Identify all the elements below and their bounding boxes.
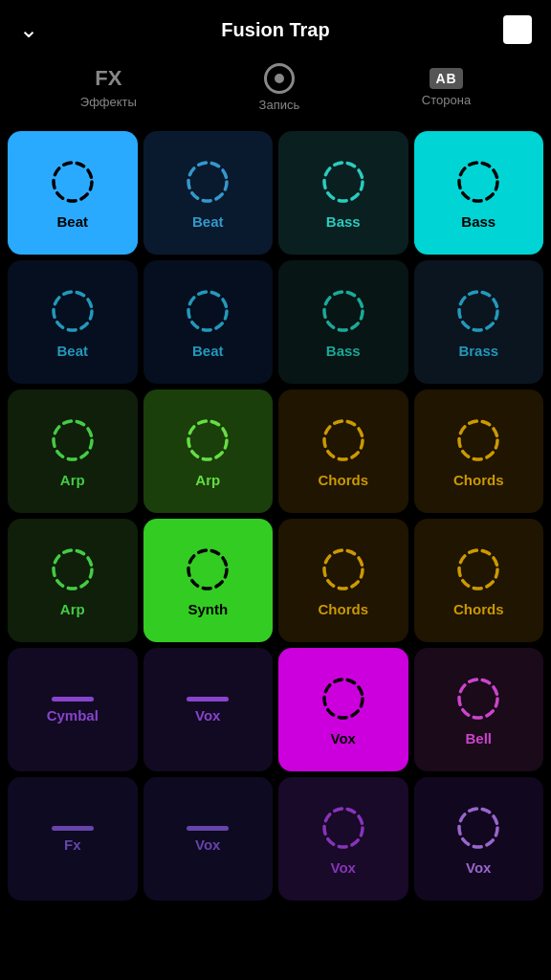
svg-point-18 xyxy=(324,809,363,847)
pad-label: Beat xyxy=(192,343,224,359)
pad-7[interactable]: Bass xyxy=(278,260,408,384)
pad-1[interactable]: Beat xyxy=(8,131,138,255)
pad-label: Chords xyxy=(319,472,369,488)
pad-label: Beat xyxy=(192,213,224,230)
svg-point-15 xyxy=(459,550,497,589)
dashed-circle-icon xyxy=(452,285,504,337)
svg-point-4 xyxy=(54,292,92,330)
dashed-circle-icon xyxy=(318,673,369,724)
dashed-circle-icon xyxy=(47,414,99,466)
svg-point-6 xyxy=(324,292,363,330)
pad-label: Beat xyxy=(56,343,88,359)
record-button[interactable]: Запись xyxy=(259,63,300,112)
dashed-circle-icon xyxy=(452,156,504,208)
dash-line-icon xyxy=(187,826,229,831)
pad-2[interactable]: Beat xyxy=(143,131,274,255)
white-square-button[interactable] xyxy=(503,15,532,44)
record-icon xyxy=(264,63,295,94)
dash-line-icon xyxy=(52,697,94,702)
svg-point-1 xyxy=(188,163,227,201)
fx-button[interactable]: FX Эффекты xyxy=(80,66,137,109)
dashed-circle-icon xyxy=(182,156,233,208)
dashed-circle-icon xyxy=(318,156,369,208)
svg-point-9 xyxy=(188,421,227,459)
record-sublabel: Запись xyxy=(259,98,300,112)
dashed-circle-icon xyxy=(182,285,233,337)
pad-label: Bass xyxy=(461,213,496,230)
pad-label: Brass xyxy=(458,343,498,359)
pad-17[interactable]: Cymbal xyxy=(8,648,138,771)
pad-grid: BeatBeatBassBassBeatBeatBassBrassArpArpC… xyxy=(0,127,551,908)
pad-19[interactable]: Vox xyxy=(278,648,408,771)
dashed-circle-icon xyxy=(452,544,504,595)
toolbar: FX Эффекты Запись AB Сторона xyxy=(0,54,551,127)
svg-point-3 xyxy=(459,163,497,201)
svg-point-13 xyxy=(188,550,227,589)
dashed-circle-icon xyxy=(452,673,504,724)
ab-button[interactable]: AB Сторона xyxy=(422,68,471,107)
pad-20[interactable]: Bell xyxy=(414,648,544,771)
svg-point-7 xyxy=(459,292,497,330)
pad-13[interactable]: Arp xyxy=(8,519,138,642)
pad-8[interactable]: Brass xyxy=(414,260,544,384)
pad-9[interactable]: Arp xyxy=(8,390,138,513)
pad-label: Bass xyxy=(326,343,361,359)
pad-label: Vox xyxy=(195,836,220,853)
pad-label: Chords xyxy=(453,472,504,488)
pad-15[interactable]: Chords xyxy=(278,519,408,642)
pad-label: Fx xyxy=(64,836,81,853)
dashed-circle-icon xyxy=(318,802,369,854)
dashed-circle-icon xyxy=(318,544,369,595)
pad-3[interactable]: Bass xyxy=(278,131,408,255)
dashed-circle-icon xyxy=(318,285,369,337)
pad-label: Chords xyxy=(453,601,504,617)
pad-label: Bass xyxy=(326,213,361,230)
dash-line-icon xyxy=(52,826,94,831)
dashed-circle-icon xyxy=(182,544,233,595)
pad-16[interactable]: Chords xyxy=(414,519,544,642)
pad-label: Cymbal xyxy=(47,707,99,724)
page-title: Fusion Trap xyxy=(221,19,329,41)
svg-point-14 xyxy=(324,550,363,589)
pad-label: Bell xyxy=(465,730,492,746)
pad-11[interactable]: Chords xyxy=(278,390,408,513)
svg-point-19 xyxy=(459,809,497,847)
svg-point-16 xyxy=(324,679,363,718)
pad-10[interactable]: Arp xyxy=(143,390,274,513)
svg-point-5 xyxy=(188,292,227,330)
pad-12[interactable]: Chords xyxy=(414,390,544,513)
ab-sublabel: Сторона xyxy=(422,93,471,107)
pad-22[interactable]: Vox xyxy=(143,777,274,901)
pad-label: Arp xyxy=(195,472,220,488)
dashed-circle-icon xyxy=(452,802,504,854)
pad-6[interactable]: Beat xyxy=(143,260,274,384)
header: ⌄ Fusion Trap xyxy=(0,0,551,54)
svg-point-17 xyxy=(459,679,497,718)
pad-label: Vox xyxy=(195,707,220,724)
dashed-circle-icon xyxy=(452,414,504,466)
dashed-circle-icon xyxy=(47,544,99,595)
pad-label: Chords xyxy=(319,601,369,617)
pad-21[interactable]: Fx xyxy=(8,777,138,901)
pad-18[interactable]: Vox xyxy=(143,648,274,771)
fx-sublabel: Эффекты xyxy=(80,95,137,109)
pad-4[interactable]: Bass xyxy=(414,131,544,255)
pad-14[interactable]: Synth xyxy=(143,519,274,642)
svg-point-2 xyxy=(324,163,363,201)
dashed-circle-icon xyxy=(47,156,99,208)
chevron-down-icon[interactable]: ⌄ xyxy=(19,16,38,43)
pad-24[interactable]: Vox xyxy=(414,777,544,901)
dashed-circle-icon xyxy=(182,414,233,466)
pad-label: Synth xyxy=(187,601,228,617)
ab-label: AB xyxy=(430,68,462,89)
dash-line-icon xyxy=(187,697,229,702)
dashed-circle-icon xyxy=(47,285,99,337)
svg-point-8 xyxy=(54,421,92,459)
dashed-circle-icon xyxy=(318,414,369,466)
pad-label: Arp xyxy=(60,601,85,617)
svg-point-0 xyxy=(54,163,92,201)
pad-23[interactable]: Vox xyxy=(278,777,408,901)
pad-5[interactable]: Beat xyxy=(8,260,138,384)
svg-point-12 xyxy=(54,550,92,589)
pad-label: Vox xyxy=(331,859,356,876)
